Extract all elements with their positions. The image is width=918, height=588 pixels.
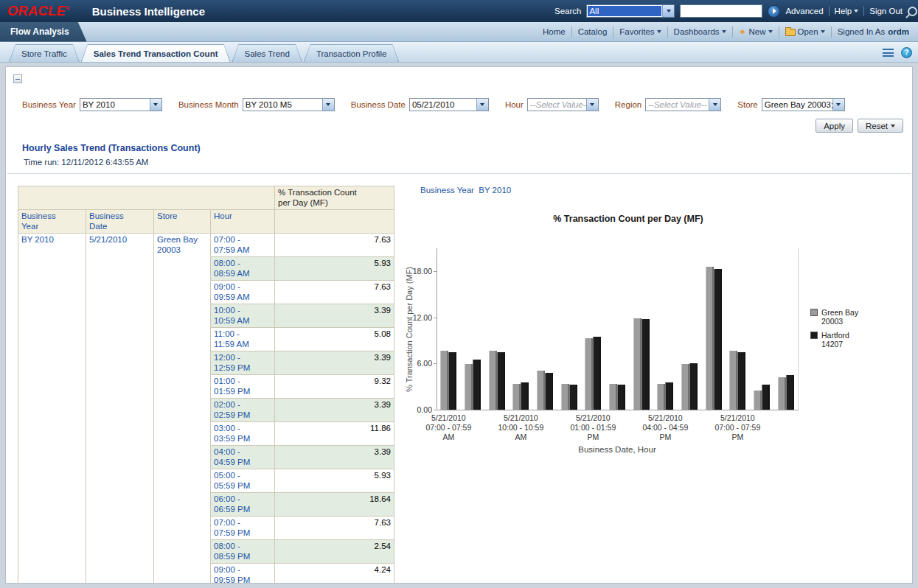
nav-dashboards[interactable]: Dashboards — [674, 27, 726, 36]
bar-green-bay-20003-10[interactable] — [681, 364, 689, 410]
bar-green-bay-20003-2[interactable] — [489, 351, 497, 410]
chevron-down-icon[interactable] — [322, 99, 334, 111]
cell-hour[interactable]: 08:00 -08:59 PM — [211, 540, 275, 564]
cell-hour[interactable]: 05:00 -05:59 PM — [211, 469, 275, 493]
triangle-glyph — [326, 103, 330, 106]
cell-hour[interactable]: 09:00 -09:59 PM — [211, 564, 275, 584]
legend-label: Hartford14207 — [821, 331, 849, 349]
filter-select-hour[interactable]: --Select Value-- — [527, 98, 599, 111]
filter-hour: Hour--Select Value-- — [505, 98, 599, 111]
bar-green-bay-20003-1[interactable] — [465, 364, 473, 410]
time-run: Time run: 12/11/2012 6:43:55 AM — [24, 158, 912, 167]
cell-hour[interactable]: 02:00 -02:59 PM — [211, 399, 275, 422]
nav-catalog[interactable]: Catalog — [578, 27, 608, 36]
signed-in-user[interactable]: ordm — [888, 27, 909, 36]
bar-green-bay-20003-7[interactable] — [609, 384, 617, 410]
cell-business-date[interactable]: 5/21/2010 — [86, 234, 154, 584]
help-menu[interactable]: Help — [835, 7, 859, 15]
bar-green-bay-20003-11[interactable] — [706, 267, 714, 410]
help-icon[interactable]: ? — [901, 47, 912, 58]
col-header-business-date[interactable]: Business Date — [86, 210, 154, 234]
sign-out-link[interactable]: Sign Out — [869, 7, 903, 15]
tab-store-traffic[interactable]: Store Traffic — [9, 44, 80, 62]
filter-select-business-year[interactable]: BY 2010 — [80, 98, 162, 111]
cell-hour[interactable]: 03:00 -03:59 PM — [211, 422, 275, 446]
tab-sales-trend[interactable]: Sales Trend — [232, 44, 302, 62]
advanced-link[interactable]: Advanced — [785, 7, 823, 15]
chevron-down-icon[interactable] — [662, 5, 674, 17]
bar-hartford-14207-7[interactable] — [617, 385, 625, 410]
filter-select-business-date[interactable]: 05/21/2010 — [409, 98, 489, 111]
col-header-hour[interactable]: Hour — [211, 210, 275, 234]
chevron-down-icon[interactable] — [586, 99, 598, 111]
bar-hartford-14207-3[interactable] — [521, 382, 529, 410]
bar-hartford-14207-11[interactable] — [714, 269, 722, 410]
chart-context-label: Business Year BY 2010 — [420, 186, 511, 195]
cell-hour[interactable]: 08:00 -08:59 AM — [211, 257, 275, 281]
chevron-down-icon[interactable] — [832, 99, 844, 111]
nav-home[interactable]: Home — [543, 27, 566, 36]
filter-select-business-month[interactable]: BY 2010 M5 — [243, 98, 335, 111]
bar-hartford-14207-1[interactable] — [473, 360, 481, 410]
filter-select-region[interactable]: --Select Value-- — [645, 98, 721, 111]
chevron-down-icon[interactable] — [476, 99, 488, 111]
filter-label: Store — [737, 100, 758, 109]
col-header-store[interactable]: Store — [154, 210, 211, 234]
cell-hour[interactable]: 06:00 -06:59 PM — [211, 493, 275, 517]
col-header-business-year[interactable]: Business Year — [18, 210, 86, 234]
reset-button[interactable]: Reset — [858, 119, 903, 133]
page-options-icon[interactable] — [883, 49, 894, 57]
cell-hour[interactable]: 07:00 -07:59 PM — [211, 517, 275, 540]
cell-hour[interactable]: 01:00 -01:59 PM — [211, 375, 275, 399]
bar-green-bay-20003-8[interactable] — [633, 318, 641, 410]
bar-hartford-14207-14[interactable] — [786, 375, 794, 410]
nav-new[interactable]: ✦New — [739, 27, 773, 37]
cell-hour[interactable]: 12:00 -12:59 PM — [211, 351, 275, 375]
bar-hartford-14207-9[interactable] — [665, 382, 673, 410]
bar-green-bay-20003-6[interactable] — [585, 338, 593, 410]
bar-hartford-14207-2[interactable] — [497, 352, 505, 410]
nav-open[interactable]: Open — [785, 27, 825, 36]
cell-hour[interactable]: 11:00 -11:59 AM — [211, 328, 275, 351]
bar-hartford-14207-5[interactable] — [569, 385, 577, 410]
bar-green-bay-20003-0[interactable] — [440, 351, 448, 410]
search-scope-select[interactable]: All — [586, 4, 675, 18]
bar-hartford-14207-6[interactable] — [593, 337, 601, 410]
tab-transaction-profile[interactable]: Transaction Profile — [304, 44, 399, 62]
search-go-button[interactable] — [768, 5, 780, 18]
bar-hartford-14207-10[interactable] — [689, 363, 698, 410]
y-tick-label: 12.00 — [401, 313, 432, 322]
bar-hartford-14207-8[interactable] — [641, 319, 650, 410]
bar-green-bay-20003-5[interactable] — [561, 384, 569, 410]
tab-label: Sales Trend — [233, 45, 302, 62]
bar-hartford-14207-4[interactable] — [545, 373, 553, 410]
cell-hour[interactable]: 04:00 -04:59 PM — [211, 446, 275, 469]
cell-hour[interactable]: 09:00 -09:59 AM — [211, 281, 275, 304]
bar-hartford-14207-12[interactable] — [737, 352, 745, 410]
chevron-down-icon — [657, 30, 661, 33]
tab-sales-trend-transaction-count[interactable]: Sales Trend Transaction Count — [81, 44, 231, 62]
nav-links: Home Catalog Favorites Dashboards ✦New O… — [543, 27, 918, 38]
bar-green-bay-20003-12[interactable] — [729, 351, 737, 410]
bar-green-bay-20003-9[interactable] — [657, 384, 665, 410]
y-axis-title: % Transaction Count per Day (MF) — [405, 267, 414, 392]
cell-hour[interactable]: 07:00 -07:59 AM — [211, 234, 275, 257]
chevron-down-icon[interactable] — [709, 99, 720, 111]
bar-green-bay-20003-3[interactable] — [512, 384, 521, 410]
apply-button[interactable]: Apply — [816, 119, 853, 133]
bar-green-bay-20003-4[interactable] — [537, 371, 545, 410]
bar-green-bay-20003-13[interactable] — [754, 391, 762, 410]
search-input[interactable] — [680, 4, 762, 18]
cell-store[interactable]: Green Bay 20003 — [154, 234, 211, 584]
bar-hartford-14207-13[interactable] — [762, 385, 770, 410]
bar-green-bay-20003-14[interactable] — [778, 377, 786, 410]
section-tab-flow-analysis[interactable]: Flow Analysis — [0, 22, 87, 42]
chevron-down-icon[interactable] — [150, 99, 161, 111]
bar-hartford-14207-0[interactable] — [448, 352, 456, 410]
nav-favorites[interactable]: Favorites — [619, 27, 661, 36]
filter-select-store[interactable]: Green Bay 20003;Ha — [762, 98, 845, 111]
cell-hour[interactable]: 10:00 -10:59 AM — [211, 304, 275, 328]
cell-business-year[interactable]: BY 2010 — [18, 234, 86, 584]
cell-value: 3.39 — [275, 446, 394, 469]
collapse-section-icon[interactable] — [13, 74, 22, 83]
